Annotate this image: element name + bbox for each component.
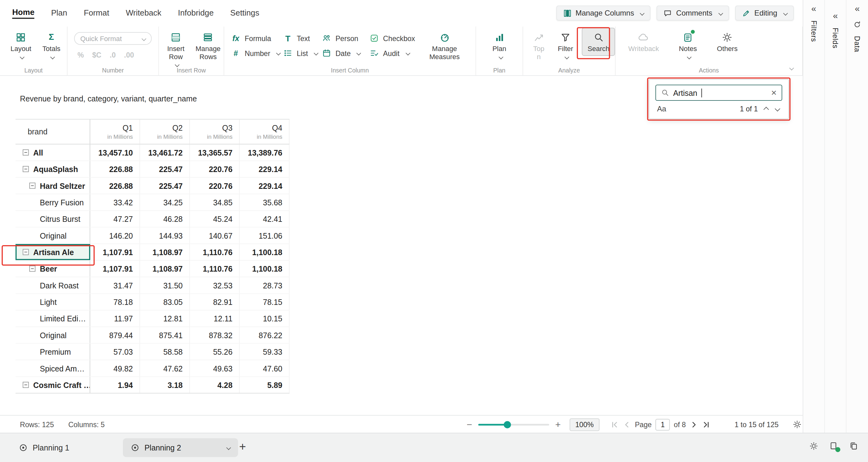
collapse-ribbon-button[interactable] [787, 63, 793, 73]
value-cell[interactable]: 13,389.76 [240, 144, 289, 161]
row-header-cell[interactable]: All [16, 144, 90, 161]
value-cell[interactable]: 49.82 [90, 360, 140, 376]
value-cell[interactable]: 1,110.76 [190, 244, 240, 260]
comments-button[interactable]: Comments [657, 6, 729, 21]
row-header-cell[interactable]: Original [16, 327, 90, 343]
menu-home[interactable]: Home [12, 8, 35, 19]
checkbox-button[interactable]: Checkbox [369, 34, 425, 43]
manage-measures-button[interactable]: Manage Measures [425, 28, 464, 62]
add-sheet-button[interactable]: + [239, 440, 246, 452]
others-button[interactable]: Others [713, 28, 742, 59]
next-page-icon[interactable] [690, 420, 698, 429]
expand-panel-icon[interactable]: « [811, 4, 816, 13]
q4-column-header[interactable]: Q4 in Millions [240, 120, 289, 144]
decrease-decimal-icon[interactable]: .0 [110, 51, 116, 59]
value-cell[interactable]: 12.81 [140, 310, 190, 327]
value-cell[interactable]: 32.53 [190, 277, 240, 293]
brand-column-header[interactable]: brand [16, 120, 90, 144]
value-cell[interactable]: 3.18 [140, 377, 190, 393]
writeback-button[interactable]: Writeback [624, 28, 662, 59]
row-header-cell[interactable]: Citrus Burst [16, 211, 90, 227]
value-cell[interactable]: 220.76 [190, 178, 240, 194]
currency-format-icon[interactable]: $C [92, 51, 101, 59]
rail-tab-filters[interactable]: « Filters [803, 0, 825, 433]
menu-writeback[interactable]: Writeback [126, 8, 161, 19]
table-row[interactable]: Berry Fusion 33.42 34.25 34.85 35.68 [16, 194, 289, 210]
sheet-tab-planning-2-active[interactable]: Planning 2 [123, 438, 238, 457]
table-row[interactable]: AquaSplash 226.88 225.47 220.76 229.14 [16, 161, 289, 178]
insert-row-button[interactable]: Insert Row [163, 28, 189, 70]
next-match-icon[interactable] [775, 106, 780, 112]
row-header-cell[interactable]: Limited Edi… [16, 310, 90, 327]
editing-button[interactable]: Editing [735, 6, 794, 21]
layout-button[interactable]: Layout [6, 28, 35, 59]
row-header-cell[interactable]: Beer [16, 261, 90, 277]
increase-decimal-icon[interactable]: .00 [124, 51, 134, 59]
value-cell[interactable]: 1,110.76 [190, 261, 240, 277]
table-settings-gear-icon[interactable] [793, 420, 802, 429]
value-cell[interactable]: 35.68 [240, 194, 289, 210]
percent-format-icon[interactable]: % [78, 51, 84, 59]
value-cell[interactable]: 226.88 [90, 178, 140, 194]
new-sheet-icon[interactable] [829, 441, 838, 450]
value-cell[interactable]: 875.41 [140, 327, 190, 343]
table-row[interactable]: Original 879.44 875.41 878.32 876.22 [16, 327, 289, 343]
value-cell[interactable]: 34.25 [140, 194, 190, 210]
quick-format-select[interactable]: Quick Format [74, 32, 152, 45]
number-button[interactable]: # Number [231, 49, 283, 58]
value-cell[interactable]: 59.33 [240, 344, 289, 360]
value-cell[interactable]: 1,100.18 [240, 261, 289, 277]
value-cell[interactable]: 12.11 [190, 310, 240, 327]
value-cell[interactable]: 31.50 [140, 277, 190, 293]
value-cell[interactable]: 47.27 [90, 211, 140, 227]
table-row[interactable]: Dark Roast 31.47 31.50 32.53 28.73 [16, 277, 289, 294]
collapse-row-icon[interactable] [23, 166, 29, 172]
value-cell[interactable]: 1,107.91 [90, 261, 140, 277]
rail-tab-fields[interactable]: « Fields [825, 0, 846, 433]
value-cell[interactable]: 1,107.91 [90, 244, 140, 260]
row-header-cell[interactable]: Dark Roast [16, 277, 90, 293]
value-cell[interactable]: 13,461.72 [140, 144, 190, 161]
table-row[interactable]: Limited Edi… 11.97 12.81 12.11 10.15 [16, 310, 289, 327]
row-header-cell[interactable]: Cosmic Craft … [16, 377, 90, 393]
formula-button[interactable]: fx Formula [231, 34, 283, 43]
value-cell[interactable]: 28.73 [240, 277, 289, 293]
value-cell[interactable]: 229.14 [240, 178, 289, 194]
value-cell[interactable]: 1.94 [90, 377, 140, 393]
audit-button[interactable]: Audit [369, 49, 425, 58]
table-row[interactable]: Original 146.20 144.93 140.67 151.06 [16, 227, 289, 244]
last-page-icon[interactable] [702, 420, 710, 429]
manage-rows-button[interactable]: Manage Rows [192, 28, 224, 70]
value-cell[interactable]: 47.62 [140, 360, 190, 376]
text-button[interactable]: T Text [283, 34, 322, 43]
top-n-button[interactable]: Top n [529, 28, 549, 62]
collapse-row-icon[interactable] [23, 382, 29, 388]
collapse-row-icon[interactable] [23, 149, 29, 156]
settings-gear-icon[interactable] [809, 441, 818, 450]
value-cell[interactable]: 151.06 [240, 227, 289, 243]
value-cell[interactable]: 225.47 [140, 178, 190, 194]
row-header-cell-selected[interactable]: Artisan Ale [16, 244, 90, 260]
value-cell[interactable]: 13,365.57 [190, 144, 240, 161]
row-header-cell[interactable]: Hard Seltzer [16, 178, 90, 194]
value-cell[interactable]: 82.91 [190, 294, 240, 310]
menu-format[interactable]: Format [84, 8, 109, 19]
value-cell[interactable]: 83.05 [140, 294, 190, 310]
value-cell[interactable]: 5.89 [240, 377, 289, 393]
refresh-icon[interactable] [853, 21, 862, 29]
expand-panel-icon[interactable]: « [855, 4, 860, 13]
zoom-slider[interactable] [478, 421, 549, 428]
value-cell[interactable]: 47.60 [240, 360, 289, 376]
plan-button[interactable]: Plan [489, 28, 510, 59]
value-cell[interactable]: 34.85 [190, 194, 240, 210]
zoom-slider-handle[interactable] [504, 421, 511, 428]
date-button[interactable]: Date [321, 49, 369, 58]
menu-settings[interactable]: Settings [230, 8, 259, 19]
totals-button[interactable]: Σ Totals [39, 28, 64, 59]
value-cell[interactable]: 1,100.18 [240, 244, 289, 260]
sheet-tab-menu-icon[interactable] [226, 445, 231, 450]
value-cell[interactable]: 31.47 [90, 277, 140, 293]
collapse-row-icon[interactable] [23, 249, 29, 255]
value-cell[interactable]: 220.76 [190, 161, 240, 177]
table-row[interactable]: Premium 57.03 58.58 55.26 59.33 [16, 344, 289, 360]
